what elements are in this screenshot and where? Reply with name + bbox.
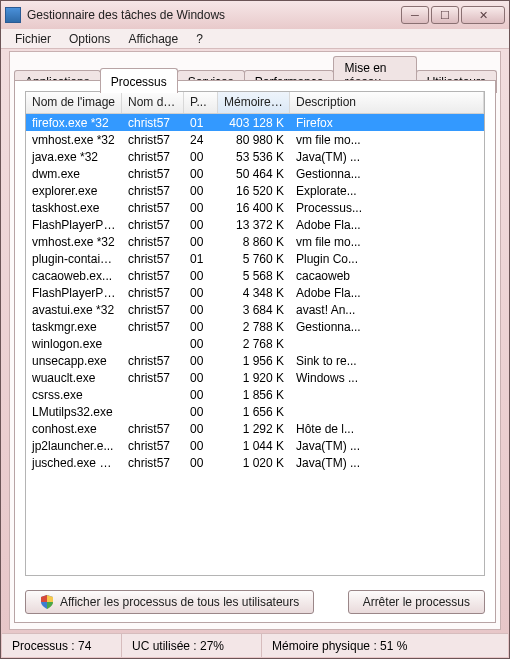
menu-help[interactable]: ?: [188, 30, 211, 48]
cell-description: Java(TM) ...: [290, 456, 484, 470]
cell-user: christ57: [122, 439, 184, 453]
cell-image-name: unsecapp.exe: [26, 354, 122, 368]
cell-user: christ57: [122, 167, 184, 181]
end-process-button[interactable]: Arrêter le processus: [348, 590, 485, 614]
cell-image-name: firefox.exe *32: [26, 116, 122, 130]
cell-memory: 2 768 K: [218, 337, 290, 351]
table-row[interactable]: LMutilps32.exe001 656 K: [26, 403, 484, 420]
menu-options[interactable]: Options: [61, 30, 118, 48]
cell-user: christ57: [122, 320, 184, 334]
cell-image-name: FlashPlayerPl...: [26, 286, 122, 300]
table-row[interactable]: vmhost.exe *32christ57008 860 Kvm file m…: [26, 233, 484, 250]
cell-image-name: avastui.exe *32: [26, 303, 122, 317]
cell-description: avast! An...: [290, 303, 484, 317]
statusbar: Processus : 74 UC utilisée : 27% Mémoire…: [2, 633, 508, 657]
cell-image-name: vmhost.exe *32: [26, 235, 122, 249]
cell-memory: 1 292 K: [218, 422, 290, 436]
table-row[interactable]: java.exe *32christ570053 536 KJava(TM) .…: [26, 148, 484, 165]
cell-cpu: 00: [184, 150, 218, 164]
table-row[interactable]: taskmgr.exechrist57002 788 KGestionna...: [26, 318, 484, 335]
cell-image-name: FlashPlayerPl...: [26, 218, 122, 232]
cell-description: Gestionna...: [290, 320, 484, 334]
cell-description: Hôte de l...: [290, 422, 484, 436]
column-cpu[interactable]: P...: [184, 92, 218, 113]
cell-cpu: 01: [184, 116, 218, 130]
table-row[interactable]: unsecapp.exechrist57001 956 KSink to re.…: [26, 352, 484, 369]
table-row[interactable]: plugin-contain...christ57015 760 KPlugin…: [26, 250, 484, 267]
window-title: Gestionnaire des tâches de Windows: [27, 8, 401, 22]
cell-cpu: 00: [184, 201, 218, 215]
minimize-button[interactable]: ─: [401, 6, 429, 24]
table-row[interactable]: wuauclt.exechrist57001 920 KWindows ...: [26, 369, 484, 386]
close-button[interactable]: ✕: [461, 6, 505, 24]
cell-image-name: cacaoweb.ex...: [26, 269, 122, 283]
column-image-name[interactable]: Nom de l'image: [26, 92, 122, 113]
cell-memory: 4 348 K: [218, 286, 290, 300]
list-body[interactable]: firefox.exe *32christ5701403 128 KFirefo…: [26, 114, 484, 575]
table-row[interactable]: firefox.exe *32christ5701403 128 KFirefo…: [26, 114, 484, 131]
table-row[interactable]: jusched.exe *32christ57001 020 KJava(TM)…: [26, 454, 484, 471]
cell-image-name: jusched.exe *32: [26, 456, 122, 470]
cell-cpu: 00: [184, 167, 218, 181]
cell-description: Plugin Co...: [290, 252, 484, 266]
column-memory[interactable]: Mémoire ...: [218, 92, 290, 113]
cell-memory: 1 656 K: [218, 405, 290, 419]
cell-image-name: taskmgr.exe: [26, 320, 122, 334]
table-row[interactable]: vmhost.exe *32christ572480 980 Kvm file …: [26, 131, 484, 148]
client-area: Applications Processus Services Performa…: [9, 51, 501, 630]
process-list[interactable]: Nom de l'image Nom d'u... P... Mémoire .…: [25, 91, 485, 576]
menu-file[interactable]: Fichier: [7, 30, 59, 48]
table-row[interactable]: jp2launcher.e...christ57001 044 KJava(TM…: [26, 437, 484, 454]
table-row[interactable]: conhost.exechrist57001 292 KHôte de l...: [26, 420, 484, 437]
cell-cpu: 00: [184, 303, 218, 317]
cell-memory: 16 400 K: [218, 201, 290, 215]
cell-image-name: conhost.exe: [26, 422, 122, 436]
cell-user: christ57: [122, 150, 184, 164]
cell-image-name: dwm.exe: [26, 167, 122, 181]
cell-image-name: explorer.exe: [26, 184, 122, 198]
cell-description: Java(TM) ...: [290, 439, 484, 453]
cell-memory: 53 536 K: [218, 150, 290, 164]
column-description[interactable]: Description: [290, 92, 484, 113]
cell-description: Explorate...: [290, 184, 484, 198]
window-controls: ─ ☐ ✕: [401, 6, 505, 24]
tab-processes[interactable]: Processus: [100, 68, 178, 93]
panel-buttons: Afficher les processus de tous les utili…: [25, 590, 485, 614]
cell-user: christ57: [122, 252, 184, 266]
cell-user: christ57: [122, 133, 184, 147]
table-row[interactable]: FlashPlayerPl...christ570013 372 KAdobe …: [26, 216, 484, 233]
table-row[interactable]: taskhost.exechrist570016 400 KProcessus.…: [26, 199, 484, 216]
cell-memory: 16 520 K: [218, 184, 290, 198]
cell-image-name: vmhost.exe *32: [26, 133, 122, 147]
cell-image-name: wuauclt.exe: [26, 371, 122, 385]
cell-description: vm file mo...: [290, 133, 484, 147]
status-memory: Mémoire physique : 51 %: [262, 634, 508, 657]
cell-cpu: 00: [184, 184, 218, 198]
cell-memory: 1 920 K: [218, 371, 290, 385]
table-row[interactable]: explorer.exechrist570016 520 KExplorate.…: [26, 182, 484, 199]
cell-cpu: 00: [184, 218, 218, 232]
maximize-button[interactable]: ☐: [431, 6, 459, 24]
cell-description: Firefox: [290, 116, 484, 130]
table-row[interactable]: avastui.exe *32christ57003 684 Kavast! A…: [26, 301, 484, 318]
cell-cpu: 00: [184, 354, 218, 368]
cell-memory: 80 980 K: [218, 133, 290, 147]
cell-memory: 2 788 K: [218, 320, 290, 334]
show-all-users-button[interactable]: Afficher les processus de tous les utili…: [25, 590, 314, 614]
table-row[interactable]: csrss.exe001 856 K: [26, 386, 484, 403]
menubar: Fichier Options Affichage ?: [1, 29, 509, 49]
cell-image-name: taskhost.exe: [26, 201, 122, 215]
column-user[interactable]: Nom d'u...: [122, 92, 184, 113]
cell-cpu: 00: [184, 337, 218, 351]
table-row[interactable]: dwm.exechrist570050 464 KGestionna...: [26, 165, 484, 182]
cell-memory: 1 020 K: [218, 456, 290, 470]
table-row[interactable]: cacaoweb.ex...christ57005 568 Kcacaoweb: [26, 267, 484, 284]
table-row[interactable]: FlashPlayerPl...christ57004 348 KAdobe F…: [26, 284, 484, 301]
cell-user: christ57: [122, 116, 184, 130]
cell-description: Processus...: [290, 201, 484, 215]
table-row[interactable]: winlogon.exe002 768 K: [26, 335, 484, 352]
cell-user: christ57: [122, 303, 184, 317]
titlebar[interactable]: Gestionnaire des tâches de Windows ─ ☐ ✕: [1, 1, 509, 29]
uac-shield-icon: [40, 595, 54, 609]
menu-view[interactable]: Affichage: [120, 30, 186, 48]
